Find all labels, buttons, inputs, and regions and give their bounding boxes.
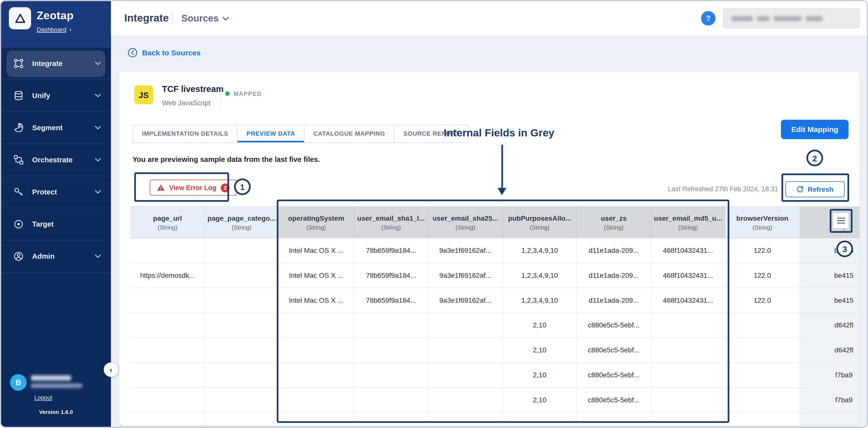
column-header-pubpurposesallo-: pubPurposesAllo...(String): [503, 207, 577, 238]
table-cell: [800, 413, 860, 425]
table-cell: [651, 363, 725, 388]
table-cell: d642fl: [800, 338, 860, 363]
table-row: https://demosdk...Intel Mac OS X ...78b6…: [130, 263, 860, 288]
table-cell: 78b659f9a184...: [354, 263, 428, 288]
table-cell: 1,2,3,4,9,10: [503, 238, 577, 263]
sidebar-item-segment[interactable]: Segment: [1, 112, 111, 144]
preview-note: You are previewing sample data from the …: [132, 155, 320, 164]
app-version: Version 1.6.0: [1, 409, 111, 416]
sidebar-item-orchestrate[interactable]: Orchestrate: [1, 144, 111, 176]
table-cell: 122.0: [725, 288, 800, 312]
table-cell: 2,10: [503, 313, 577, 337]
table-cell: [278, 413, 354, 425]
table-cell: c880e5c5-5ebf...: [577, 363, 651, 388]
sidebar-item-integrate[interactable]: Integrate: [1, 48, 111, 80]
sources-dropdown[interactable]: Sources: [181, 13, 229, 25]
table-cell: 2,10: [503, 338, 577, 363]
table-cell: [205, 363, 278, 388]
table-cell: d642fl: [800, 313, 860, 337]
sidebar-item-admin[interactable]: Admin: [1, 240, 111, 272]
logout-link[interactable]: Logout: [34, 394, 52, 401]
sidebar-item-label: Segment: [32, 124, 63, 132]
sidebar-nav: IntegrateUnifySegmentOrchestrateProtectT…: [1, 48, 111, 273]
table-cell: [130, 238, 205, 263]
table-cell: 122.0: [725, 238, 800, 263]
brand-name: Zeotap: [37, 9, 74, 22]
sidebar-item-label: Target: [32, 220, 54, 228]
table-cell: [651, 338, 725, 363]
table-cell: [577, 413, 651, 425]
table-row: 2,10c880e5c5-5ebf...d642fl: [130, 313, 860, 338]
table-cell: be415: [800, 263, 860, 288]
sidebar-item-target[interactable]: Target: [1, 208, 111, 240]
column-header-user-email-sha1-l-: user_email_sha1_l...(String): [354, 207, 428, 238]
org-name-masked: [757, 16, 769, 21]
table-cell: c880e5c5-5ebf...: [577, 313, 651, 337]
sidebar-header: Zeotap Dashboard›: [1, 1, 111, 47]
edit-mapping-button[interactable]: Edit Mapping: [781, 120, 849, 139]
hamburger-icon: [837, 217, 845, 224]
topbar: Integrate Sources ?: [111, 1, 868, 35]
column-menu-button[interactable]: [832, 212, 849, 229]
sidebar-item-label: Orchestrate: [32, 156, 73, 164]
table-cell: [205, 413, 278, 425]
warning-icon: [157, 184, 165, 191]
unify-icon: [13, 91, 25, 101]
table-cell: 78b659f9a184...: [354, 238, 428, 263]
chevron-down-icon: [95, 62, 101, 65]
view-error-log-button[interactable]: View Error Log 2: [150, 179, 237, 196]
chevron-down-icon: [95, 190, 101, 194]
sidebar: Zeotap Dashboard› IntegrateUnifySegmentO…: [1, 1, 111, 427]
column-header-u: u(: [800, 207, 860, 238]
chevron-down-icon: [95, 126, 101, 130]
dashboard-link[interactable]: Dashboard›: [37, 26, 71, 33]
column-header-user-email-sha25-: user_email_sha25...(String): [428, 207, 503, 238]
tab-source-report[interactable]: SOURCE REPORT: [394, 125, 469, 143]
chevron-right-icon: ›: [69, 26, 71, 33]
table-cell: [428, 338, 503, 363]
sidebar-item-unify[interactable]: Unify: [1, 80, 111, 112]
table-row: Intel Mac OS X ...78b659f9a184...9a3e1f6…: [130, 238, 860, 263]
back-arrow-icon: [128, 48, 137, 58]
table-header: page_url(String)page_page_catego...(Stri…: [130, 206, 860, 238]
status-dot-icon: [225, 92, 230, 96]
table-cell: [651, 413, 725, 425]
table-cell: [503, 413, 577, 425]
sidebar-item-label: Protect: [32, 188, 57, 196]
column-header-user-email-md5-u-: user_email_md5_u...(String): [651, 207, 725, 238]
refresh-button[interactable]: Refresh: [785, 181, 845, 197]
table-row: 2,10c880e5c5-5ebf...f7ba9: [130, 363, 860, 388]
table-cell: [354, 388, 428, 413]
org-name-masked: [774, 16, 802, 21]
sidebar-collapse-button[interactable]: ‹: [104, 363, 118, 377]
table-cell: [278, 338, 354, 363]
column-header-operatingsystem: operatingSystem(String): [278, 207, 354, 238]
column-header-browserversion: browserVersion(String): [725, 207, 800, 238]
table-cell: 2,10: [503, 388, 577, 413]
app-window: Zeotap Dashboard› IntegrateUnifySegmentO…: [0, 0, 868, 428]
sidebar-item-protect[interactable]: Protect: [1, 176, 111, 208]
org-selector[interactable]: [723, 8, 860, 28]
back-to-sources-link[interactable]: Back to Sources: [128, 48, 201, 58]
table-cell: [725, 388, 800, 413]
help-button[interactable]: ?: [701, 11, 715, 26]
tab-preview-data[interactable]: PREVIEW DATA: [237, 125, 305, 143]
sidebar-user-section: B Logout Version 1.6.0: [1, 374, 111, 427]
table-cell: [278, 313, 354, 337]
sidebar-item-label: Admin: [32, 252, 55, 260]
table-cell: [651, 313, 725, 337]
chevron-down-icon: [95, 158, 101, 162]
segment-icon: [13, 123, 25, 133]
table-cell: f7ba9: [800, 363, 860, 388]
table-cell: 9a3e1f69162af...: [428, 238, 503, 263]
tab-implementation-details[interactable]: IMPLEMENTATION DETAILS: [132, 125, 238, 143]
javascript-source-icon: JS: [134, 85, 153, 104]
tab-catalogue-mapping[interactable]: CATALOGUE MAPPING: [304, 125, 395, 143]
table-cell: [354, 338, 428, 363]
table-cell: [651, 388, 725, 413]
table-cell: [130, 313, 205, 337]
chevron-down-icon: [223, 17, 229, 21]
table-cell: [205, 263, 278, 288]
target-icon: [13, 219, 25, 230]
source-type: Web JavaScript: [162, 99, 211, 107]
